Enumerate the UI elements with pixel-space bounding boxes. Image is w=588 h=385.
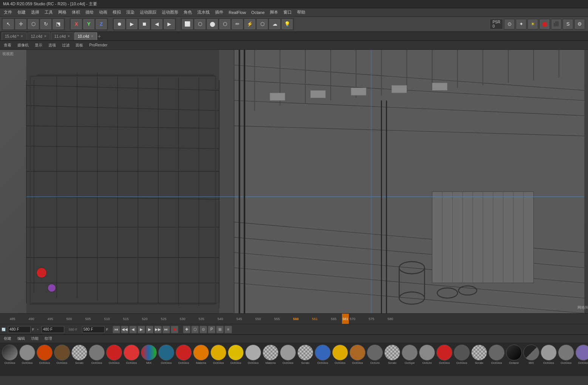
nurbs-btn[interactable]: ⬤ bbox=[206, 18, 218, 30]
play-forward-btn[interactable]: ▶ bbox=[138, 326, 145, 333]
magnet-btn[interactable]: ☁ bbox=[269, 18, 281, 30]
rotate-tool-btn[interactable]: ↻ bbox=[40, 18, 52, 30]
mat-item-7[interactable]: OctGlos bbox=[123, 345, 140, 374]
mat-item-25[interactable]: OctGlos bbox=[436, 345, 453, 374]
menu-window[interactable]: 窗口 bbox=[281, 9, 294, 16]
select-tool-btn[interactable]: ↖ bbox=[2, 18, 14, 30]
mode-sculpt-btn[interactable]: S bbox=[563, 19, 573, 29]
menu-pipeline[interactable]: 流水线 bbox=[195, 9, 212, 16]
vp-menu-camera[interactable]: 摄像机 bbox=[16, 42, 30, 48]
menu-mograph[interactable]: 运动图形 bbox=[159, 9, 181, 16]
add-keyframe-btn[interactable]: ✚ bbox=[183, 326, 190, 333]
lasso-btn[interactable]: ⬡ bbox=[219, 18, 231, 30]
menu-character[interactable]: 角色 bbox=[181, 9, 194, 16]
menu-octane[interactable]: Octane bbox=[249, 9, 267, 15]
menu-script[interactable]: 脚本 bbox=[268, 9, 280, 16]
record-btn[interactable]: ⏺ bbox=[171, 326, 178, 333]
knife-btn[interactable]: ⚡ bbox=[244, 18, 256, 30]
mat-item-14[interactable]: OctGlos bbox=[245, 345, 262, 374]
z-axis-btn[interactable]: Z bbox=[95, 18, 107, 30]
tab-close-15[interactable]: ✕ bbox=[20, 34, 23, 38]
timeline-settings-btn[interactable]: ≡ bbox=[224, 326, 232, 333]
loop-btn[interactable]: ⬡ bbox=[256, 18, 268, 30]
key-list-btn[interactable]: ⊞ bbox=[216, 326, 224, 333]
paint-btn[interactable]: 💡 bbox=[281, 18, 293, 30]
tab-10c4d-active[interactable]: 10.c4d ✕ bbox=[74, 32, 97, 40]
mat-item-12[interactable]: OctGlos bbox=[210, 345, 227, 374]
key-help-btn[interactable]: P bbox=[208, 326, 215, 333]
vp-menu-prorender[interactable]: ProRender bbox=[88, 43, 109, 48]
key-settings-btn[interactable]: ⬡ bbox=[191, 326, 199, 333]
mat-item-18[interactable]: OctGlos bbox=[314, 345, 331, 374]
prev-frame-btn[interactable]: ◀ bbox=[151, 18, 163, 30]
mat-item-23[interactable]: OctSpe bbox=[401, 345, 418, 374]
mat-item-6[interactable]: OctGlos bbox=[106, 345, 122, 374]
tab-add-btn[interactable]: + bbox=[98, 33, 101, 39]
menu-sculpt[interactable]: 描绘 bbox=[83, 9, 96, 16]
x-axis-btn[interactable]: X bbox=[70, 18, 82, 30]
mode-object-btn[interactable]: ⊙ bbox=[504, 19, 515, 29]
vp-menu-display[interactable]: 显示 bbox=[33, 42, 44, 48]
mat-item-8[interactable]: MIX bbox=[141, 345, 157, 374]
mode-light-btn[interactable]: ☀ bbox=[528, 19, 538, 29]
goto-start-btn[interactable]: ⏮ bbox=[113, 326, 120, 333]
menu-tools[interactable]: 工具 bbox=[42, 9, 55, 16]
key-option-btn[interactable]: ⊙ bbox=[200, 326, 207, 333]
viewport-3d[interactable]: 视视图 网格间距: 500 cm ⊕ ↗ ⊞ bbox=[0, 50, 588, 313]
mat-item-2[interactable]: OctGlos bbox=[36, 345, 53, 374]
vp-menu-filter[interactable]: 过滤 bbox=[60, 42, 71, 48]
mat-item-27[interactable]: Scratc bbox=[471, 345, 487, 374]
prev-key-btn[interactable]: ◀◀ bbox=[121, 326, 128, 333]
next-key-btn[interactable]: ▶▶ bbox=[154, 326, 162, 333]
menu-file[interactable]: 文件 bbox=[2, 9, 14, 16]
start-frame-input[interactable] bbox=[8, 326, 31, 333]
menu-realflow[interactable]: RealFlow bbox=[226, 9, 248, 15]
mat-item-0[interactable]: OctGlos bbox=[2, 345, 18, 374]
mat-menu-function[interactable]: 功能 bbox=[29, 336, 40, 342]
mat-item-5[interactable]: OctGlos bbox=[88, 345, 105, 374]
menu-mesh[interactable]: 网格 bbox=[56, 9, 69, 16]
goto-end-btn[interactable]: ⏭ bbox=[162, 326, 170, 333]
mat-menu-edit[interactable]: 编辑 bbox=[16, 336, 26, 342]
menu-simulate[interactable]: 模拟 bbox=[110, 9, 123, 16]
vp-menu-panel[interactable]: 面板 bbox=[74, 42, 85, 48]
mat-menu-texture[interactable]: 纹理 bbox=[43, 336, 54, 342]
menu-select[interactable]: 选择 bbox=[29, 9, 42, 16]
mode-settings-btn[interactable]: ⚙ bbox=[574, 19, 585, 29]
viewport-render-btn[interactable]: ⬜ bbox=[181, 18, 193, 30]
current-frame-input[interactable] bbox=[42, 326, 64, 333]
stop-btn[interactable]: ⏹ bbox=[138, 18, 150, 30]
mat-item-22[interactable]: Scratc bbox=[384, 345, 401, 374]
mat-item-31[interactable]: OctGlos bbox=[540, 345, 557, 374]
poly-edit-btn[interactable]: ⬡ bbox=[194, 18, 206, 30]
mode-animate-btn[interactable]: ✦ bbox=[516, 19, 526, 29]
menu-motion-tracking[interactable]: 运动跟踪 bbox=[138, 9, 159, 16]
mat-item-28[interactable]: OctGlos bbox=[488, 345, 505, 374]
menu-plugins[interactable]: 插件 bbox=[213, 9, 226, 16]
menu-volume[interactable]: 体积 bbox=[70, 9, 82, 16]
vp-menu-options[interactable]: 选项 bbox=[47, 42, 57, 48]
mode-render-btn[interactable]: ⬤ bbox=[539, 19, 550, 29]
next-frame-btn[interactable]: ▶ bbox=[146, 326, 153, 333]
mat-item-19[interactable]: OctGlos bbox=[332, 345, 348, 374]
mat-item-11[interactable]: Materia bbox=[193, 345, 209, 374]
tab-close-12[interactable]: ✕ bbox=[44, 34, 47, 38]
mat-item-24[interactable]: OctUni bbox=[419, 345, 435, 374]
mat-item-17[interactable]: Scratc bbox=[297, 345, 314, 374]
play-btn[interactable]: ▶ bbox=[126, 18, 138, 30]
tab-11c4d[interactable]: 11.c4d ✕ bbox=[51, 32, 74, 40]
prev-frame-btn[interactable]: ◀ bbox=[129, 326, 137, 333]
mat-item-3[interactable]: OctGlos bbox=[54, 345, 70, 374]
menu-create[interactable]: 创建 bbox=[15, 9, 28, 16]
mat-item-9[interactable]: OctGlos bbox=[158, 345, 175, 374]
mat-item-21[interactable]: OctUni bbox=[367, 345, 383, 374]
menu-render[interactable]: 渲染 bbox=[124, 9, 137, 16]
tab-close-10[interactable]: ✕ bbox=[91, 34, 94, 38]
brush-btn[interactable]: ✏ bbox=[231, 18, 243, 30]
end-frame-input[interactable] bbox=[82, 326, 105, 333]
mat-item-10[interactable]: OctGlos bbox=[175, 345, 192, 374]
mat-item-33[interactable]: OctGlos bbox=[575, 345, 588, 374]
mat-item-13[interactable]: OctGlos bbox=[227, 345, 244, 374]
mat-item-30[interactable]: MIX bbox=[523, 345, 540, 374]
mat-item-1[interactable]: OctGlos bbox=[19, 345, 36, 374]
